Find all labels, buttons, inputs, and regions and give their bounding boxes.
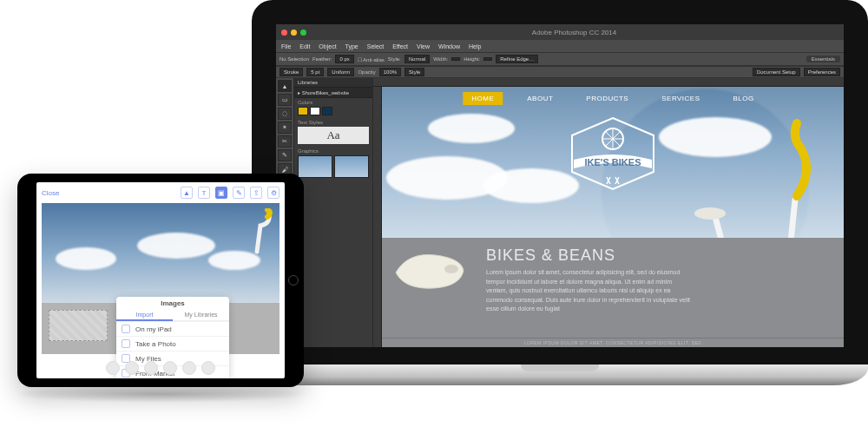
stroke-weight-field[interactable]: 5 pt xyxy=(306,68,324,76)
comp-bottom-toolbar xyxy=(106,361,215,375)
graphic-thumbnail[interactable] xyxy=(298,155,332,178)
add-shape-icon[interactable]: ▲ xyxy=(181,187,193,199)
camera-icon xyxy=(122,339,130,348)
artboard[interactable]: HOME ABOUT PRODUCTS SERVICES BLOG xyxy=(382,87,844,347)
workspace-switcher[interactable]: Essentials xyxy=(806,56,840,62)
color-swatch[interactable] xyxy=(298,107,308,115)
close-window-button[interactable] xyxy=(281,30,287,36)
width-field[interactable] xyxy=(451,57,460,61)
svg-point-28 xyxy=(444,265,458,273)
lasso-tool[interactable]: ◌ xyxy=(278,108,292,120)
move-tool[interactable]: ▲ xyxy=(278,80,292,92)
colors-section-label: Colors xyxy=(294,98,372,107)
tablet-home-button[interactable] xyxy=(288,275,299,286)
section-heading: BIKES & BEANS xyxy=(486,246,833,265)
text-tool-icon[interactable]: T xyxy=(198,187,210,199)
height-label: Height: xyxy=(464,56,480,62)
wand-tool[interactable]: ✶ xyxy=(278,121,292,134)
status-bar: 66.67% Doc: 2.25M/2.25M xyxy=(373,347,844,359)
app-titlebar: Adobe Photoshop CC 2014 xyxy=(276,24,844,40)
height-field[interactable] xyxy=(483,57,492,61)
menu-file[interactable]: File xyxy=(281,43,291,49)
menu-select[interactable]: Select xyxy=(367,43,384,49)
cloud-shape xyxy=(56,247,116,270)
popover-tab-libraries[interactable]: My Libraries xyxy=(173,310,229,321)
settings-icon[interactable]: ⚙ xyxy=(267,187,279,199)
website-hero: HOME ABOUT PRODUCTS SERVICES BLOG xyxy=(382,87,844,238)
laptop-camera xyxy=(557,9,562,14)
menu-edit[interactable]: Edit xyxy=(299,43,310,49)
undo-button[interactable] xyxy=(125,361,139,375)
laptop-device: Adobe Photoshop CC 2014 File Edit Object… xyxy=(252,0,868,434)
color-swatch[interactable] xyxy=(310,107,320,115)
menu-effect[interactable]: Effect xyxy=(392,43,408,49)
layers-button[interactable] xyxy=(106,361,120,375)
app-controlbar-2: Stroke 5 pt Uniform Opacity 100% Style D… xyxy=(276,66,844,78)
horizontal-ruler[interactable] xyxy=(373,78,844,87)
bicycle-icon xyxy=(583,95,844,238)
app-body: ▲ ▭ ◌ ✶ ✂ ✎ 🖌 ⌁ ◧ ▤ ✒ T ▢ ✋ 🔍 Libraries xyxy=(276,78,844,359)
nav-about[interactable]: ABOUT xyxy=(518,92,562,105)
section-footer-strip: LOREM IPSUM DOLOR SIT AMET, CONSECTETUR … xyxy=(382,338,844,345)
handlebar-icon xyxy=(222,208,274,260)
more-button[interactable] xyxy=(201,361,215,375)
tablet-shadow xyxy=(13,385,308,403)
popover-item-photo[interactable]: Take a Photo xyxy=(116,336,229,351)
popover-title: Images xyxy=(116,297,229,310)
library-select[interactable]: ▸ ShoreBikes_website xyxy=(294,88,372,98)
graphics-thumbnails xyxy=(294,155,372,178)
rectangle-select-tool[interactable]: ▭ xyxy=(278,94,292,106)
nav-home[interactable]: HOME xyxy=(463,92,503,105)
image-placeholder[interactable] xyxy=(49,310,108,341)
refine-edge-button[interactable]: Refine Edge… xyxy=(496,55,538,63)
document-setup-button[interactable]: Document Setup xyxy=(753,68,800,76)
app-controlbar-1: No Selection Feather: 0 px ☐ Anti-alias … xyxy=(276,52,844,66)
duplicate-button[interactable] xyxy=(163,361,177,375)
canvas-area: HOME ABOUT PRODUCTS SERVICES BLOG xyxy=(373,78,844,359)
feather-field[interactable]: 0 px xyxy=(335,55,353,63)
laptop-screen: Adobe Photoshop CC 2014 File Edit Object… xyxy=(252,0,868,364)
share-icon[interactable]: ⇪ xyxy=(250,187,262,199)
libraries-panel-header[interactable]: Libraries xyxy=(294,78,372,88)
image-tool-icon[interactable]: ▣ xyxy=(215,187,227,199)
menu-window[interactable]: Window xyxy=(438,43,460,49)
section-body: Lorem ipsum dolor sit amet, consectetur … xyxy=(486,268,694,314)
antialias-checkbox[interactable]: ☐ Anti-alias xyxy=(358,56,385,62)
menu-help[interactable]: Help xyxy=(469,43,481,49)
stroke-label[interactable]: Stroke xyxy=(279,68,303,76)
graphic-thumbnail[interactable] xyxy=(334,155,369,178)
preferences-button[interactable]: Preferences xyxy=(804,68,840,76)
doc-info: Doc: 2.25M/2.25M xyxy=(399,351,442,357)
style-label: Style: xyxy=(388,56,401,62)
svg-point-25 xyxy=(694,207,726,220)
popover-item-ipad[interactable]: On my iPad xyxy=(116,321,229,336)
menu-object[interactable]: Object xyxy=(319,43,336,49)
no-selection-label: No Selection xyxy=(279,56,309,62)
popover-tab-import[interactable]: Import xyxy=(116,310,173,321)
stroke-profile-select[interactable]: Uniform xyxy=(327,68,354,76)
bike-saddle-icon xyxy=(391,246,469,293)
crop-tool[interactable]: ✂ xyxy=(278,135,292,148)
app-menubar: File Edit Object Type Select Effect View… xyxy=(276,40,844,52)
style-button[interactable]: Style xyxy=(404,68,424,76)
redo-button[interactable] xyxy=(144,361,158,375)
color-swatches xyxy=(294,107,372,118)
device-icon xyxy=(122,325,130,333)
minimize-window-button[interactable] xyxy=(291,30,297,36)
zoom-level[interactable]: 66.67% xyxy=(377,351,394,357)
vertical-ruler[interactable] xyxy=(373,87,382,347)
zoom-window-button[interactable] xyxy=(300,30,306,36)
comp-hero xyxy=(42,203,279,303)
text-style-sample[interactable]: Aa xyxy=(298,127,369,144)
menu-view[interactable]: View xyxy=(417,43,430,49)
eyedropper-tool[interactable]: ✎ xyxy=(278,149,292,161)
close-button[interactable]: Close xyxy=(42,189,59,197)
libraries-panel: Libraries ▸ ShoreBikes_website Colors Te… xyxy=(293,78,373,359)
pen-tool-icon[interactable]: ✎ xyxy=(233,187,245,199)
menu-type[interactable]: Type xyxy=(345,43,358,49)
style-select[interactable]: Normal xyxy=(404,55,430,63)
delete-button[interactable] xyxy=(182,361,196,375)
comp-app-topbar: Close ▲ T ▣ ✎ ⇪ ⚙ xyxy=(36,182,285,203)
opacity-field[interactable]: 100% xyxy=(379,68,401,76)
color-swatch[interactable] xyxy=(322,107,332,115)
